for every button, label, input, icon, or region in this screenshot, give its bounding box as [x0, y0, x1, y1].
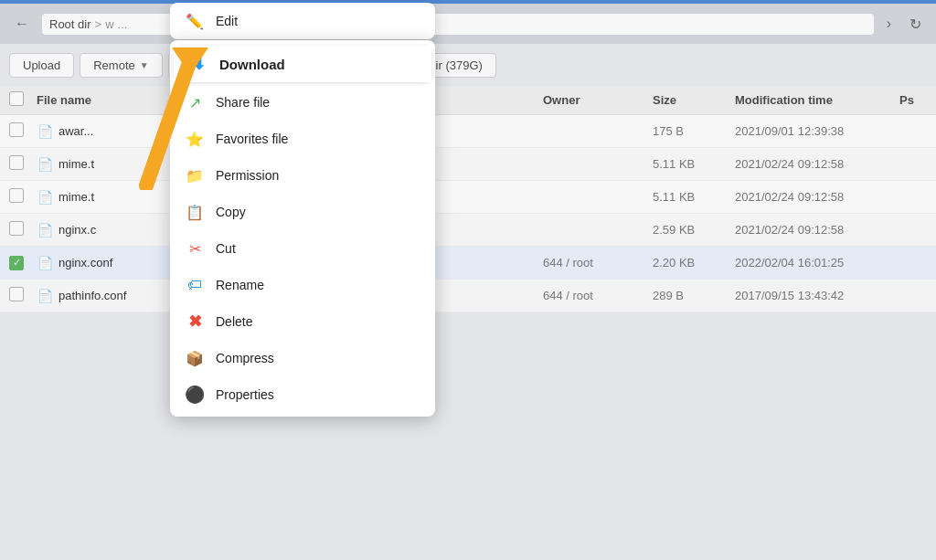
row-filename-4: nginx.conf	[58, 256, 112, 269]
table-row[interactable]: 📄 nginx.c 2.59 KB2021/02/24 09:12:58	[0, 214, 936, 247]
row-size-1: 5.11 KB	[653, 157, 735, 171]
row-size-4: 2.20 KB	[653, 256, 735, 269]
upload-label: Upload	[23, 58, 60, 72]
favorites-file-menu-item[interactable]: ⭐ Favorites file	[170, 121, 435, 157]
forward-button[interactable]: ›	[881, 14, 897, 34]
share-file-menu-item[interactable]: ↗ Share file	[170, 84, 435, 121]
share-file-label: Share file	[216, 95, 270, 110]
edit-icon: ✏️	[185, 11, 205, 31]
edit-label: Edit	[216, 14, 238, 28]
rename-menu-item[interactable]: 🏷 Rename	[170, 267, 435, 303]
refresh-button[interactable]: ↻	[904, 14, 927, 35]
compress-menu-item[interactable]: 📦 Compress	[170, 340, 435, 376]
row-mod-1: 2021/02/24 09:12:58	[735, 157, 899, 171]
toolbar: Upload Remote ▼ 📋 Share List 🖥 Terminal …	[0, 44, 936, 86]
row-filename-2: mime.t	[58, 190, 94, 204]
row-size-0: 175 B	[653, 124, 735, 138]
properties-label: Properties	[216, 387, 274, 402]
row-check-5[interactable]	[9, 287, 37, 304]
row-filename-0: awar...	[58, 124, 93, 138]
address-bar: ← Root dir > w ... › ↻	[0, 4, 936, 44]
context-menu-edit-partial: ✏️ Edit	[170, 3, 435, 39]
rename-label: Rename	[216, 278, 264, 292]
row-size-3: 2.59 KB	[653, 223, 735, 237]
remote-button[interactable]: Remote ▼	[80, 53, 162, 78]
row-checkbox-0[interactable]	[9, 122, 24, 137]
chevron-down-icon: ▼	[140, 60, 149, 70]
copy-icon: 📋	[185, 202, 205, 222]
row-filename-3: nginx.c	[58, 223, 96, 237]
row-size-2: 5.11 KB	[653, 190, 735, 204]
row-mod-2: 2021/02/24 09:12:58	[735, 190, 899, 204]
favorites-icon: ⭐	[185, 129, 205, 149]
file-icon-0: 📄	[37, 123, 53, 140]
row-size-5: 289 B	[653, 289, 735, 302]
header-modtime: Modification time	[735, 93, 899, 107]
table-row[interactable]: 📄 pathinfo.conf 644 / root289 B2017/09/1…	[0, 280, 936, 312]
delete-icon: ✖	[185, 312, 205, 332]
share-file-icon: ↗	[185, 92, 205, 112]
cut-menu-item[interactable]: ✂ Cut	[170, 230, 435, 267]
row-owner-4: 644 / root	[543, 256, 653, 269]
table-row[interactable]: 📄 awar... 175 B2021/09/01 12:39:38	[0, 115, 936, 148]
table-row[interactable]: ✓ 📄 nginx.conf 644 / root2.20 KB2022/02/…	[0, 247, 936, 280]
header-size: Size	[653, 93, 735, 107]
compress-icon: 📦	[185, 348, 205, 368]
file-icon-3: 📄	[37, 222, 53, 238]
row-mod-4: 2022/02/04 16:01:25	[735, 256, 899, 269]
table-header: File name Owner Size Modification time P…	[0, 86, 936, 115]
file-table: File name Owner Size Modification time P…	[0, 86, 936, 312]
download-menu-item[interactable]: ⬇ Download	[174, 46, 431, 82]
path-segment: w	[105, 17, 113, 31]
properties-icon: ⚫	[185, 385, 205, 405]
header-ps: Ps	[899, 93, 927, 107]
edit-menu-item[interactable]: ✏️ Edit	[170, 3, 435, 39]
permission-menu-item[interactable]: 📁 Permission	[170, 157, 435, 194]
copy-label: Copy	[216, 205, 246, 219]
row-filename-1: mime.t	[58, 157, 94, 171]
file-rows-container: 📄 awar... 175 B2021/09/01 12:39:38 📄 mim…	[0, 115, 936, 312]
remote-label: Remote	[93, 58, 135, 72]
context-menu: ⬇ Download ↗ Share file ⭐ Favorites file…	[170, 40, 435, 417]
permission-icon: 📁	[185, 165, 205, 185]
table-row[interactable]: 📄 mime.t 5.11 KB2021/02/24 09:12:58	[0, 148, 936, 181]
cut-label: Cut	[216, 241, 236, 256]
row-mod-3: 2021/02/24 09:12:58	[735, 223, 899, 237]
back-button[interactable]: ←	[9, 14, 35, 34]
row-checkbox-2[interactable]	[9, 188, 24, 203]
row-check-0[interactable]	[9, 122, 37, 140]
copy-menu-item[interactable]: 📋 Copy	[170, 194, 435, 230]
row-mod-5: 2017/09/15 13:43:42	[735, 289, 899, 302]
file-icon-1: 📄	[37, 156, 53, 173]
row-check-3[interactable]	[9, 221, 37, 238]
path-sep1: >	[95, 17, 102, 31]
row-checkbox-3[interactable]	[9, 221, 24, 236]
rename-icon: 🏷	[185, 275, 205, 295]
row-checkbox-4[interactable]: ✓	[9, 256, 24, 270]
favorites-file-label: Favorites file	[216, 132, 288, 146]
properties-menu-item[interactable]: ⚫ Properties	[170, 376, 435, 413]
table-row[interactable]: 📄 mime.t 5.11 KB2021/02/24 09:12:58	[0, 181, 936, 214]
path-ellipsis: ...	[118, 17, 128, 31]
file-icon-4: 📄	[37, 255, 53, 271]
permission-label: Permission	[216, 168, 279, 183]
row-check-4[interactable]: ✓	[9, 255, 37, 270]
cut-icon: ✂	[185, 238, 205, 259]
header-check	[9, 91, 37, 109]
row-checkbox-5[interactable]	[9, 287, 24, 301]
path-root: Root dir	[49, 17, 91, 31]
file-icon-2: 📄	[37, 189, 53, 206]
upload-button[interactable]: Upload	[9, 53, 74, 78]
download-icon: ⬇	[188, 54, 208, 74]
row-owner-5: 644 / root	[543, 289, 653, 302]
row-check-1[interactable]	[9, 155, 37, 173]
row-checkbox-1[interactable]	[9, 155, 24, 170]
select-all-checkbox[interactable]	[9, 91, 24, 106]
row-check-2[interactable]	[9, 188, 37, 206]
delete-menu-item[interactable]: ✖ Delete	[170, 303, 435, 340]
download-menu-item-wrapper: ⬇ Download	[174, 46, 431, 82]
file-icon-5: 📄	[37, 288, 53, 304]
compress-label: Compress	[216, 351, 274, 365]
header-owner: Owner	[543, 93, 653, 107]
delete-label: Delete	[216, 314, 252, 329]
